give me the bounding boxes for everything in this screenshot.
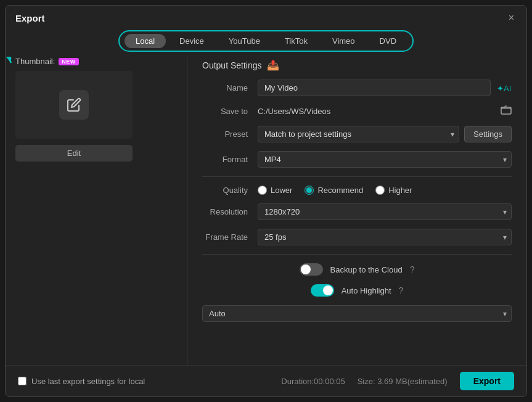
- save-path-text: C:/Users/WS/Videos: [258, 107, 496, 116]
- format-control: MP4: [258, 151, 512, 168]
- preset-select-wrapper: Match to project settings: [258, 126, 459, 142]
- settings-button[interactable]: Settings: [464, 126, 512, 142]
- backup-help-icon[interactable]: ?: [410, 265, 415, 274]
- quality-recommend-label: Recommend: [317, 186, 363, 195]
- frame-rate-row: Frame Rate 25 fps: [202, 229, 512, 245]
- path-row: C:/Users/WS/Videos: [258, 105, 512, 117]
- left-panel: Thumbnail: NEW Edit: [15, 57, 182, 365]
- footer-left: Use last export settings for local: [18, 377, 145, 386]
- name-label: Name: [202, 83, 258, 92]
- edit-thumbnail-icon: [59, 90, 89, 120]
- auto-highlight-row: Auto Highlight ?: [202, 284, 512, 297]
- tab-device[interactable]: Device: [168, 34, 215, 48]
- resolution-control: 1280x720: [258, 203, 512, 220]
- svg-text:✦AI: ✦AI: [497, 84, 510, 93]
- name-row: Name ✦AI: [202, 80, 512, 96]
- backup-label: Backup to the Cloud: [330, 265, 403, 274]
- auto-highlight-label: Auto Highlight: [342, 286, 391, 295]
- thumbnail-label-row: Thumbnail: NEW: [15, 57, 79, 66]
- use-last-settings-checkbox[interactable]: [18, 377, 27, 385]
- resolution-select[interactable]: 1280x720: [258, 203, 512, 220]
- tab-vimeo[interactable]: Vimeo: [321, 34, 366, 48]
- quality-recommend-option[interactable]: Recommend: [305, 186, 363, 195]
- quality-options: Lower Recommend Higher: [258, 186, 412, 195]
- backup-slider: [300, 263, 323, 276]
- frame-rate-select-wrapper: 25 fps: [258, 229, 512, 245]
- quality-higher-radio[interactable]: [375, 186, 385, 195]
- separator-2: [202, 254, 512, 255]
- ai-button[interactable]: ✦AI: [496, 83, 512, 94]
- dialog-title: Export: [15, 13, 45, 23]
- preset-control: Match to project settings Settings: [258, 126, 512, 142]
- frame-rate-select[interactable]: 25 fps: [258, 229, 512, 245]
- dialog-header: Export ×: [6, 6, 526, 24]
- output-settings-icon: 📤: [267, 59, 279, 71]
- quality-higher-option[interactable]: Higher: [375, 186, 412, 195]
- export-button[interactable]: Export: [460, 372, 514, 390]
- quality-higher-label: Higher: [388, 186, 412, 195]
- format-select[interactable]: MP4: [258, 151, 512, 168]
- auto-highlight-select[interactable]: Auto: [202, 305, 512, 322]
- save-to-row: Save to C:/Users/WS/Videos: [202, 105, 512, 117]
- separator-1: [202, 176, 512, 177]
- quality-lower-label: Lower: [271, 186, 292, 195]
- auto-highlight-toggle[interactable]: [311, 284, 334, 297]
- quality-recommend-radio[interactable]: [305, 186, 314, 195]
- preset-select[interactable]: Match to project settings: [258, 126, 459, 142]
- tabs-row: Local Device YouTube TikTok Vimeo DVD: [6, 24, 526, 57]
- vertical-divider: [187, 57, 187, 365]
- resolution-row: Resolution 1280x720: [202, 203, 512, 220]
- main-content: Thumbnail: NEW Edit Output Settings 📤: [6, 57, 526, 365]
- format-label: Format: [202, 155, 258, 164]
- folder-browse-button[interactable]: [501, 105, 512, 117]
- tab-youtube[interactable]: YouTube: [218, 34, 271, 48]
- arrow-indicator: [6, 57, 18, 70]
- edit-button[interactable]: Edit: [15, 145, 133, 162]
- output-settings-label: Output Settings: [202, 60, 262, 70]
- backup-toggle[interactable]: [300, 263, 323, 276]
- backup-row: Backup to the Cloud ?: [202, 263, 512, 276]
- auto-highlight-slider: [311, 284, 334, 297]
- name-input[interactable]: [258, 80, 491, 96]
- quality-lower-option[interactable]: Lower: [258, 186, 292, 195]
- output-settings-title-row: Output Settings 📤: [202, 59, 512, 71]
- quality-control: Lower Recommend Higher: [258, 186, 512, 195]
- preset-row: Preset Match to project settings Setting…: [202, 126, 512, 142]
- auto-highlight-dropdown-wrapper: Auto: [202, 305, 512, 322]
- format-row: Format MP4: [202, 151, 512, 168]
- tab-tiktok[interactable]: TikTok: [274, 34, 319, 48]
- frame-rate-label: Frame Rate: [202, 232, 258, 242]
- thumbnail-label: Thumbnail:: [15, 57, 55, 66]
- right-panel: Output Settings 📤 Name ✦AI Save to: [192, 57, 517, 365]
- thumbnail-box: [15, 71, 133, 139]
- tab-local[interactable]: Local: [125, 34, 166, 48]
- save-to-control: C:/Users/WS/Videos: [258, 105, 512, 117]
- resolution-select-wrapper: 1280x720: [258, 203, 512, 220]
- preset-label: Preset: [202, 129, 258, 139]
- format-select-wrapper: MP4: [258, 151, 512, 168]
- save-to-label: Save to: [202, 107, 258, 116]
- quality-lower-radio[interactable]: [258, 186, 267, 195]
- tab-dvd[interactable]: DVD: [369, 34, 407, 48]
- export-dialog: Export × Local Device YouTube TikTok Vim…: [5, 5, 527, 397]
- resolution-label: Resolution: [202, 207, 258, 216]
- name-control: ✦AI: [258, 80, 512, 96]
- auto-highlight-help-icon[interactable]: ?: [399, 285, 404, 295]
- duration-info: Duration:00:00:05: [281, 377, 345, 386]
- tabs-container: Local Device YouTube TikTok Vimeo DVD: [118, 30, 414, 52]
- new-badge: NEW: [59, 58, 79, 65]
- use-last-settings-label: Use last export settings for local: [31, 377, 145, 386]
- close-button[interactable]: ×: [506, 12, 517, 24]
- frame-rate-control: 25 fps: [258, 229, 512, 245]
- quality-label: Quality: [202, 186, 258, 195]
- dialog-footer: Use last export settings for local Durat…: [6, 365, 526, 396]
- size-info: Size: 3.69 MB(estimated): [358, 377, 448, 386]
- quality-row: Quality Lower Recommend High: [202, 186, 512, 195]
- footer-right: Duration:00:00:05 Size: 3.69 MB(estimate…: [281, 372, 514, 390]
